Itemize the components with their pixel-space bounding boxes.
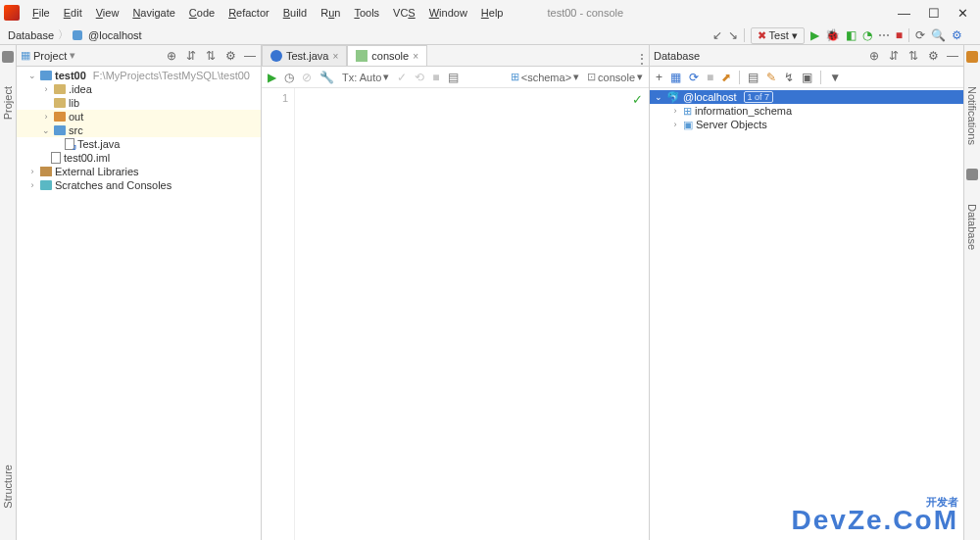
minimize-button[interactable]: — xyxy=(898,6,910,21)
commit-button[interactable]: 🔧 xyxy=(319,71,334,84)
stop-button[interactable]: ■ xyxy=(432,71,439,84)
db-collapse-icon[interactable]: ⇅ xyxy=(906,49,920,63)
session-dropdown[interactable]: ⊡console▾ xyxy=(587,71,643,83)
run-config-selector[interactable]: ✖Test▾ xyxy=(751,27,805,44)
db-hide-icon[interactable]: — xyxy=(946,49,959,63)
rollback-button[interactable]: ⊘ xyxy=(302,71,312,84)
filter-button[interactable]: ▼ xyxy=(829,71,841,84)
db-settings-icon[interactable]: ⚙ xyxy=(926,49,940,63)
duplicate-button[interactable]: ▦ xyxy=(670,71,681,84)
search-button[interactable]: 🔍 xyxy=(931,28,946,42)
jump-button[interactable]: ⬈ xyxy=(721,71,731,84)
schema-icon: ⊞ xyxy=(683,105,692,118)
refresh-button[interactable]: ⟳ xyxy=(689,71,699,84)
execute-button[interactable]: ▶ xyxy=(268,71,276,84)
diagram-button[interactable]: ↯ xyxy=(784,71,794,84)
notifications-tool-tab[interactable]: Notifications xyxy=(966,82,978,149)
menu-vcs[interactable]: VCS xyxy=(388,5,420,21)
panel-settings-icon[interactable]: ⚙ xyxy=(223,49,237,63)
console-icon xyxy=(356,50,368,62)
breadcrumb-host[interactable]: @localhost xyxy=(88,29,142,41)
notifications-icon[interactable] xyxy=(966,51,978,63)
menu-edit[interactable]: Edit xyxy=(59,5,87,21)
table-button[interactable]: ▤ xyxy=(748,71,759,84)
scratches-icon xyxy=(40,180,52,190)
menu-refactor[interactable]: Refactor xyxy=(223,5,274,21)
db-select-icon[interactable]: ⊕ xyxy=(867,49,881,63)
db-host-row[interactable]: ⌄🐬@localhost1 of 7 xyxy=(650,90,963,104)
tree-idea[interactable]: ›.idea xyxy=(17,82,261,96)
maximize-button[interactable]: ☐ xyxy=(928,6,940,21)
settings-button[interactable]: ⚙ xyxy=(952,28,962,42)
edit-button[interactable]: ✎ xyxy=(766,71,776,84)
project-panel: ▦Project▾ ⊕ ⇵ ⇅ ⚙ — ⌄test00F:\MyProjects… xyxy=(17,45,262,540)
schema-dropdown[interactable]: ⊞<schema>▾ xyxy=(511,71,579,83)
tree-root[interactable]: ⌄test00F:\MyProjects\TestMySQL\test00 xyxy=(17,69,261,82)
tree-out[interactable]: ›out xyxy=(17,110,261,123)
select-opened-icon[interactable]: ⊕ xyxy=(165,49,178,63)
database-tool-tab[interactable]: Database xyxy=(966,200,978,254)
history-button[interactable]: ◷ xyxy=(284,71,294,84)
console-button[interactable]: ▣ xyxy=(802,71,812,84)
project-tree: ⌄test00F:\MyProjects\TestMySQL\test00 ›.… xyxy=(17,67,261,194)
project-tool-tab[interactable]: Project xyxy=(2,82,14,123)
attach-button[interactable]: ⋯ xyxy=(878,28,890,42)
tree-test-java[interactable]: Test.java xyxy=(17,137,261,151)
debug-button[interactable]: 🐞 xyxy=(825,28,840,42)
database-toolbar: + ▦ ⟳ ■ ⬈ ▤ ✎ ↯ ▣ ▼ xyxy=(650,67,963,88)
expand-all-icon[interactable]: ⇵ xyxy=(184,49,198,63)
undo-button[interactable]: ⟲ xyxy=(415,71,424,84)
separator xyxy=(744,28,745,42)
add-datasource-button[interactable]: + xyxy=(656,71,662,84)
left-gutter: Project Structure xyxy=(0,45,17,540)
hide-panel-icon[interactable]: — xyxy=(243,49,257,63)
back-button[interactable]: ↙ xyxy=(712,28,722,42)
db-expand-icon[interactable]: ⇵ xyxy=(887,49,901,63)
db-info-schema-row[interactable]: ›⊞information_schema xyxy=(650,104,963,118)
server-objects-icon: ▣ xyxy=(683,119,693,131)
menu-help[interactable]: Help xyxy=(476,5,509,21)
tree-src[interactable]: ⌄src xyxy=(17,123,261,137)
structure-tool-tab[interactable]: Structure xyxy=(2,461,14,513)
menu-navigate[interactable]: Navigate xyxy=(127,5,179,21)
profile-button[interactable]: ◔ xyxy=(862,28,872,42)
console-toolbar: ▶ ◷ ⊘ 🔧 Tx: Auto▾ ✓ ⟲ ■ ▤ ⊞<schema>▾ ⊡co… xyxy=(262,67,649,88)
view-button[interactable]: ▤ xyxy=(448,71,459,84)
collapse-all-icon[interactable]: ⇅ xyxy=(204,49,218,63)
analysis-ok-icon[interactable]: ✓ xyxy=(632,92,643,107)
close-button[interactable]: ✕ xyxy=(957,6,968,21)
tx-mode-dropdown[interactable]: Tx: Auto▾ xyxy=(342,71,389,83)
check-button[interactable]: ✓ xyxy=(397,71,407,84)
menu-window[interactable]: Window xyxy=(424,5,472,21)
stop-button[interactable]: ■ xyxy=(896,28,903,42)
breadcrumb-root[interactable]: Database xyxy=(8,29,54,41)
project-tool-icon[interactable] xyxy=(2,51,14,63)
close-tab-icon[interactable]: × xyxy=(332,51,338,62)
tab-list-icon[interactable]: ⋮ xyxy=(635,52,649,66)
menu-code[interactable]: Code xyxy=(184,5,220,21)
stop-button[interactable]: ■ xyxy=(707,71,713,84)
close-tab-icon[interactable]: × xyxy=(413,51,418,62)
vcs-update-button[interactable]: ⟳ xyxy=(915,28,925,42)
menu-tools[interactable]: Tools xyxy=(349,5,384,21)
tree-ext-lib[interactable]: ›External Libraries xyxy=(17,165,261,178)
database-tool-icon[interactable] xyxy=(966,169,978,180)
run-button[interactable]: ▶ xyxy=(810,28,819,42)
tree-lib[interactable]: lib xyxy=(17,96,261,110)
db-server-objects-row[interactable]: ›▣Server Objects xyxy=(650,118,963,131)
menu-run[interactable]: Run xyxy=(316,5,345,21)
tab-console[interactable]: console× xyxy=(347,45,427,66)
menu-view[interactable]: View xyxy=(91,5,124,21)
editor-area[interactable]: ✓ xyxy=(295,88,649,540)
coverage-button[interactable]: ◧ xyxy=(846,28,857,42)
tree-scratches[interactable]: ›Scratches and Consoles xyxy=(17,178,261,192)
forward-button[interactable]: ↘ xyxy=(728,28,738,42)
menu-build[interactable]: Build xyxy=(278,5,312,21)
mysql-icon: 🐬 xyxy=(666,91,680,104)
window-title: test00 - console xyxy=(547,7,623,19)
separator xyxy=(908,28,909,42)
menu-file[interactable]: File xyxy=(27,5,55,21)
tree-iml[interactable]: test00.iml xyxy=(17,151,261,165)
title-bar: File Edit View Navigate Code Refactor Bu… xyxy=(0,0,980,25)
tab-test-java[interactable]: Test.java× xyxy=(262,45,347,66)
